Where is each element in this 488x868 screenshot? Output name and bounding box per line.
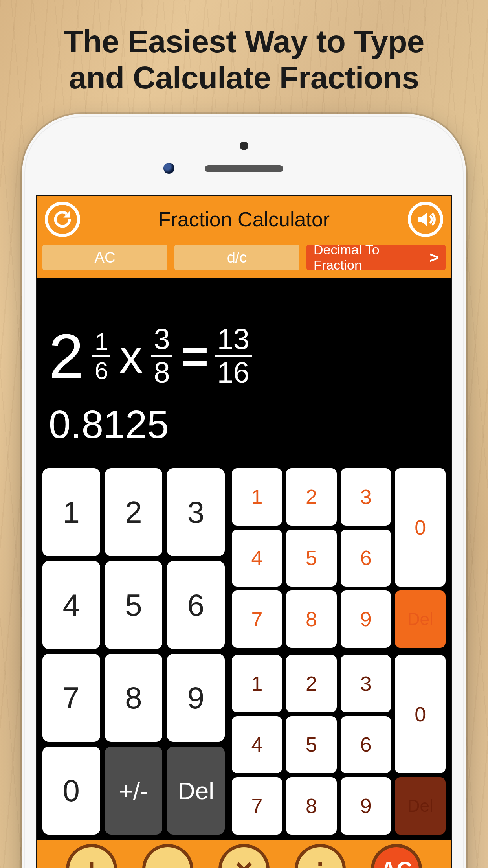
marketing-headline: The Easiest Way to Type and Calculate Fr… [0,24,488,96]
key-9[interactable]: 9 [167,654,225,742]
num-key-del[interactable]: Del [395,590,446,648]
den-key-6[interactable]: 6 [341,716,391,774]
operand1-whole: 2 [49,325,84,388]
num-key-2[interactable]: 2 [286,468,337,526]
num-key-1[interactable]: 1 [232,468,283,526]
divide-icon: ÷ [312,854,329,868]
result-denominator: 16 [215,359,252,387]
den-key-4[interactable]: 4 [232,716,283,774]
operand2-fraction: 3 8 [151,326,172,386]
operand2-numerator: 3 [151,326,172,353]
den-key-0[interactable]: 0 [395,655,446,773]
numerator-keypad: 1 2 3 0 4 5 6 7 8 9 Del [232,468,446,648]
expression: 2 1 6 x 3 8 = 13 16 [49,325,439,388]
reload-icon [52,209,73,230]
sound-icon [415,209,436,230]
key-sign[interactable]: +/- [105,747,163,835]
fraction-keypads: 1 2 3 0 4 5 6 7 8 9 Del 1 2 3 0 [232,468,446,835]
num-key-6[interactable]: 6 [341,530,391,587]
operator: x [119,333,143,380]
key-3[interactable]: 3 [167,468,225,556]
num-key-0[interactable]: 0 [395,468,446,587]
ac-label: AC [381,859,413,868]
num-key-3[interactable]: 3 [341,468,391,526]
den-key-2[interactable]: 2 [286,655,337,712]
key-0[interactable]: 0 [42,747,100,835]
operator-bar: + − × ÷ AC [37,840,451,868]
den-key-3[interactable]: 3 [341,655,391,712]
times-button[interactable]: × [218,844,270,868]
app-title: Fraction Calculator [158,208,330,231]
result-fraction: 13 16 [215,326,252,386]
phone-speaker [205,165,283,172]
phone-frame: Fraction Calculator AC d/c Decimal To Fr… [22,114,466,868]
keypads: 1 2 3 4 5 6 7 8 9 0 +/- Del 1 2 3 0 4 [37,463,451,840]
phone-camera-dot [240,142,248,150]
plus-icon: + [83,854,101,868]
ac-top-button[interactable]: AC [42,245,167,270]
num-key-9[interactable]: 9 [341,590,391,648]
den-key-9[interactable]: 9 [341,777,391,835]
equals-sign: = [181,333,206,380]
sound-button[interactable] [408,202,443,237]
decimal-to-fraction-button[interactable]: Decimal To Fraction > [306,245,446,270]
main-keypad: 1 2 3 4 5 6 7 8 9 0 +/- Del [42,468,225,835]
denominator-keypad: 1 2 3 0 4 5 6 7 8 9 Del [232,655,446,835]
key-del[interactable]: Del [167,747,225,835]
title-bar: Fraction Calculator [37,196,451,243]
dc-button[interactable]: d/c [174,245,299,270]
key-4[interactable]: 4 [42,561,100,649]
result-numerator: 13 [215,326,252,353]
secondary-bar: AC d/c Decimal To Fraction > [37,243,451,278]
headline-line-2: and Calculate Fractions [0,60,488,96]
operand1-fraction: 1 6 [92,330,110,383]
ac-bottom-button[interactable]: AC [371,844,422,868]
key-1[interactable]: 1 [42,468,100,556]
den-key-8[interactable]: 8 [286,777,337,835]
calc-display: 2 1 6 x 3 8 = 13 16 0.81 [37,278,451,463]
decimal-to-fraction-label: Decimal To Fraction [314,242,429,273]
reload-button[interactable] [45,202,80,237]
den-key-5[interactable]: 5 [286,716,337,774]
chevron-right-icon: > [429,249,438,267]
key-5[interactable]: 5 [105,561,163,649]
num-key-4[interactable]: 4 [232,530,283,587]
divide-button[interactable]: ÷ [295,844,346,868]
minus-icon: − [159,854,177,868]
num-key-7[interactable]: 7 [232,590,283,648]
den-key-7[interactable]: 7 [232,777,283,835]
app-screen: Fraction Calculator AC d/c Decimal To Fr… [36,195,452,868]
operand1-numerator: 1 [92,330,110,353]
times-icon: × [235,854,253,868]
phone-sensor [163,163,174,174]
den-key-del[interactable]: Del [395,777,446,835]
decimal-result: 0.8125 [49,402,439,447]
num-key-5[interactable]: 5 [286,530,337,587]
key-7[interactable]: 7 [42,654,100,742]
den-key-1[interactable]: 1 [232,655,283,712]
key-8[interactable]: 8 [105,654,163,742]
key-2[interactable]: 2 [105,468,163,556]
key-6[interactable]: 6 [167,561,225,649]
num-key-8[interactable]: 8 [286,590,337,648]
operand2-denominator: 8 [151,359,172,387]
minus-button[interactable]: − [142,844,193,868]
headline-line-1: The Easiest Way to Type [0,24,488,60]
operand1-denominator: 6 [92,359,110,383]
plus-button[interactable]: + [66,844,117,868]
